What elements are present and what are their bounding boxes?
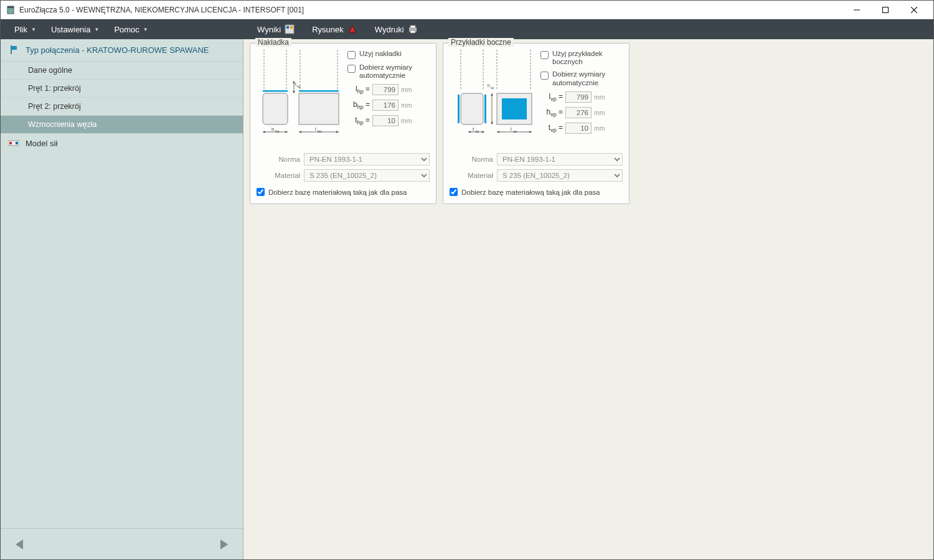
svg-text:hp: hp bbox=[275, 129, 280, 133]
menubar: Plik▼ Ustawienia▼ Pomoc▼ Wyniki Rysunek … bbox=[1, 19, 933, 39]
titlebar: EuroZłącza 5.0 - WEWNĘTRZNA, NIEKOMERCYJ… bbox=[1, 1, 933, 19]
input-bhp[interactable] bbox=[372, 100, 399, 111]
sidebar-item-dane[interactable]: Dane ogólne bbox=[1, 62, 243, 80]
label-thp: thp = bbox=[347, 116, 370, 126]
minimize-button[interactable] bbox=[842, 1, 871, 19]
svg-text:vp: vp bbox=[491, 86, 494, 90]
sidebar-item-pret1[interactable]: Pręt 1: przekrój bbox=[1, 80, 243, 98]
results-icon bbox=[285, 24, 295, 34]
svg-text:vp: vp bbox=[513, 129, 517, 133]
svg-rect-47 bbox=[461, 93, 483, 124]
close-button[interactable] bbox=[900, 1, 928, 19]
drawing-icon bbox=[347, 24, 357, 34]
content-area: Nakładka bbox=[243, 39, 933, 559]
sidebar-item-wzmocnienia[interactable]: Wzmocnienia węzła bbox=[1, 116, 243, 134]
chevron-down-icon: ▼ bbox=[143, 27, 148, 32]
menu-rysunek[interactable]: Rysunek bbox=[306, 19, 364, 39]
svg-rect-48 bbox=[458, 95, 460, 123]
input-lvp[interactable] bbox=[565, 91, 592, 103]
svg-text:vp: vp bbox=[475, 129, 479, 133]
sidebar-item-pret2[interactable]: Pręt 2: przekrój bbox=[1, 98, 243, 116]
svg-rect-17 bbox=[16, 142, 18, 144]
chk-auto-wymiary-n[interactable] bbox=[347, 65, 356, 73]
svg-rect-3 bbox=[883, 7, 889, 12]
next-arrow-icon[interactable] bbox=[217, 537, 232, 552]
svg-rect-8 bbox=[290, 26, 293, 29]
group-nakladka: Nakładka bbox=[250, 43, 436, 204]
svg-marker-9 bbox=[349, 26, 356, 32]
prev-arrow-icon[interactable] bbox=[12, 537, 27, 552]
svg-rect-49 bbox=[484, 95, 486, 123]
label-lhp: lhp = bbox=[347, 85, 370, 95]
svg-rect-27 bbox=[299, 93, 339, 124]
svg-marker-53 bbox=[491, 93, 493, 96]
svg-marker-34 bbox=[263, 131, 265, 133]
svg-marker-39 bbox=[299, 131, 301, 133]
input-thp[interactable] bbox=[372, 115, 399, 126]
sidebar-model-sil[interactable]: Model sił bbox=[1, 134, 243, 153]
svg-rect-12 bbox=[410, 30, 415, 33]
svg-marker-40 bbox=[336, 131, 339, 133]
menu-pomoc[interactable]: Pomoc▼ bbox=[108, 19, 154, 39]
svg-text:l: l bbox=[315, 126, 316, 132]
svg-marker-35 bbox=[285, 131, 288, 133]
group-title-nakladka: Nakładka bbox=[255, 38, 291, 47]
select-norma-p[interactable]: PN-EN 1993-1-1 bbox=[497, 153, 623, 166]
select-norma-n[interactable]: PN-EN 1993-1-1 bbox=[304, 153, 430, 166]
group-przykladki: Przykładki boczne bbox=[443, 43, 630, 204]
svg-rect-25 bbox=[299, 90, 339, 92]
chk-uzyj-przykladek[interactable] bbox=[540, 51, 549, 59]
svg-text:b: b bbox=[271, 126, 275, 132]
svg-marker-58 bbox=[468, 131, 471, 133]
sidebar: Typ połączenia - KRATOWO-RUROWE SPAWANE … bbox=[1, 39, 243, 559]
input-hvp[interactable] bbox=[565, 107, 592, 118]
group-title-przykladki: Przykładki boczne bbox=[448, 38, 514, 47]
svg-marker-19 bbox=[220, 539, 228, 549]
diagram-nakladka: thp bhp lhp bbox=[257, 50, 344, 149]
svg-rect-11 bbox=[410, 26, 415, 28]
app-icon bbox=[6, 5, 16, 15]
flag-icon bbox=[9, 45, 19, 55]
select-material-n[interactable]: S 235 (EN_10025_2) bbox=[304, 169, 430, 182]
sidebar-header[interactable]: Typ połączenia - KRATOWO-RUROWE SPAWANE bbox=[1, 39, 243, 62]
svg-text:t: t bbox=[473, 126, 474, 132]
svg-text:l: l bbox=[511, 126, 512, 132]
svg-text:h: h bbox=[488, 83, 490, 88]
window-title: EuroZłącza 5.0 - WEWNĘTRZNA, NIEKOMERCYJ… bbox=[19, 6, 842, 14]
input-tvp[interactable] bbox=[565, 123, 592, 134]
select-material-p[interactable]: S 235 (EN_10025_2) bbox=[497, 169, 623, 182]
chevron-down-icon: ▼ bbox=[94, 27, 99, 32]
label-bhp: bhp = bbox=[347, 100, 370, 110]
svg-text:t: t bbox=[295, 82, 296, 86]
svg-marker-59 bbox=[482, 131, 484, 133]
svg-rect-7 bbox=[286, 26, 289, 29]
chk-baza-n[interactable] bbox=[257, 188, 265, 196]
input-lhp[interactable] bbox=[372, 84, 399, 95]
svg-rect-1 bbox=[7, 6, 14, 8]
model-icon bbox=[8, 138, 19, 148]
svg-rect-16 bbox=[9, 142, 12, 144]
svg-marker-18 bbox=[16, 539, 23, 549]
print-icon bbox=[408, 24, 418, 34]
diagram-przykladki: hvp tvp lvp bbox=[450, 50, 537, 149]
svg-rect-14 bbox=[11, 46, 17, 50]
menu-ustawienia[interactable]: Ustawienia▼ bbox=[45, 19, 106, 39]
svg-rect-24 bbox=[263, 90, 288, 92]
menu-plik[interactable]: Plik▼ bbox=[8, 19, 42, 39]
chevron-down-icon: ▼ bbox=[31, 27, 36, 32]
chk-baza-p[interactable] bbox=[450, 188, 458, 196]
svg-rect-51 bbox=[502, 98, 527, 119]
chk-auto-wymiary-p[interactable] bbox=[540, 72, 549, 80]
label-tvp: tvp = bbox=[540, 123, 563, 133]
svg-rect-26 bbox=[263, 93, 288, 124]
label-hvp: hvp = bbox=[540, 108, 563, 118]
svg-marker-30 bbox=[293, 91, 295, 93]
chk-uzyj-nakladki[interactable] bbox=[347, 51, 356, 59]
svg-text:hp: hp bbox=[297, 85, 301, 88]
menu-wydruki[interactable]: Wydruki bbox=[369, 19, 424, 39]
sidebar-footer bbox=[1, 528, 243, 559]
svg-marker-63 bbox=[497, 131, 499, 133]
menu-wyniki[interactable]: Wyniki bbox=[251, 19, 301, 39]
maximize-button[interactable] bbox=[871, 1, 900, 19]
label-lvp: lvp = bbox=[540, 92, 563, 102]
